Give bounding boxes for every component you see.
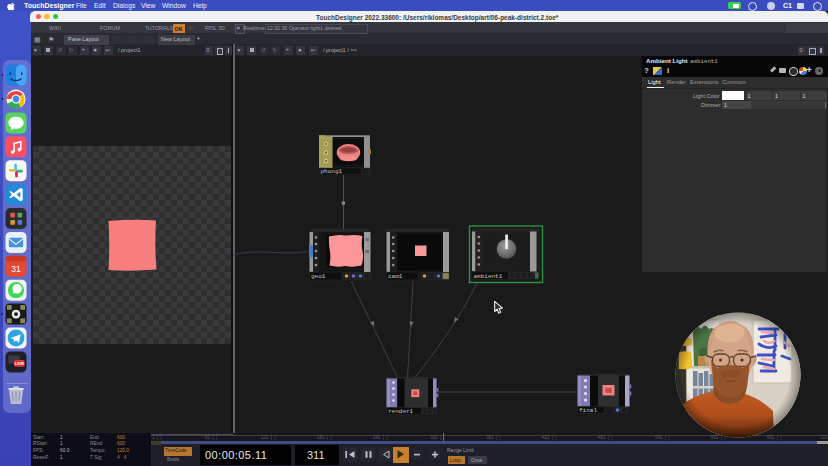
svg-text:render1: render1	[388, 408, 414, 415]
svg-text:phong1: phong1	[321, 168, 343, 175]
svg-text:cam1: cam1	[388, 273, 403, 280]
svg-text:ambient1: ambient1	[474, 273, 503, 280]
svg-text:geo1: geo1	[311, 273, 326, 280]
svg-text:31: 31	[11, 264, 21, 274]
svg-text:LIVE: LIVE	[14, 361, 24, 366]
svg-text:final: final	[579, 407, 597, 414]
